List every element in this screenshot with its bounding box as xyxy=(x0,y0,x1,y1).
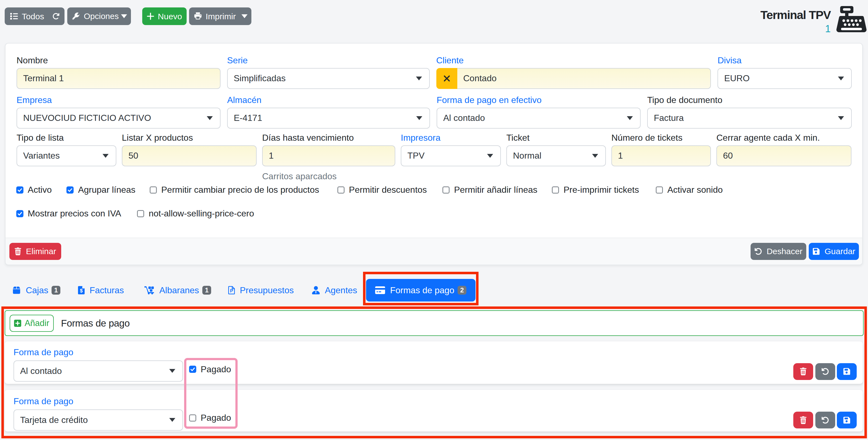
svg-text:P: P xyxy=(230,288,233,294)
svg-text:$: $ xyxy=(80,288,83,294)
